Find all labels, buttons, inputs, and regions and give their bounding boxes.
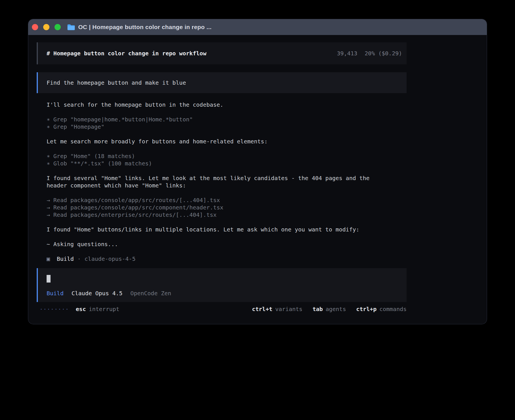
user-message-text: Find the homepage button and make it blu… [47,79,186,86]
status-bar-left: ········ esc interrupt [40,305,119,313]
tool-call-read: → Read packages/console/app/src/routes/[… [47,196,383,204]
shortcut-variants: ctrl+t variants [252,305,302,313]
assistant-message: I found "Home" buttons/links in multiple… [47,226,383,233]
traffic-lights [32,24,61,30]
context-usage: 20% ($0.29) [365,50,402,57]
shortcut-label: variants [275,305,302,313]
agent-status-row: ▣ Build · claude-opus-4-5 [47,255,383,262]
tool-call-grep: ∗ Grep "Home" (18 matches) [47,152,383,160]
terminal-content: # Homepage button color change in repo w… [37,42,407,313]
shortcut-key: tab [313,305,323,313]
status-bar-right: ctrl+t variants tab agents ctrl+p comman… [252,305,407,313]
tool-call-grep: ∗ Grep "homepage|home.*button|Home.*butt… [47,116,383,123]
spinner-dots: ········ [40,305,69,313]
agent-name: Build [57,255,74,262]
window-title: OC | Homepage button color change in rep… [78,24,211,30]
prompt-input[interactable]: Build Claude Opus 4.5 OpenCode Zen [37,268,407,302]
tool-call-read: → Read packages/enterprise/src/routes/[.… [47,211,383,218]
shortcut-label: commands [379,305,407,313]
session-stats: 39,413 20% ($0.29) [337,50,402,57]
esc-key-action: interrupt [89,305,119,313]
text-cursor [47,275,51,283]
session-header: # Homepage button color change in repo w… [37,42,407,64]
window-titlebar[interactable]: OC | Homepage button color change in rep… [28,19,487,35]
tool-call-read: → Read packages/console/app/src/componen… [47,204,383,211]
agent-badge-icon: ▣ [47,255,50,262]
separator-dot: · [77,255,81,262]
shortcut-commands: ctrl+p commands [356,305,407,313]
session-title: # Homepage button color change in repo w… [47,50,206,57]
close-button[interactable] [32,24,38,30]
input-provider-label: OpenCode Zen [130,290,171,297]
user-message: Find the homepage button and make it blu… [37,72,407,93]
input-agent-label[interactable]: Build [47,290,64,297]
shortcut-agents: tab agents [313,305,346,313]
assistant-message: I'll search for the homepage button in t… [47,101,383,108]
input-status-line: Build Claude Opus 4.5 OpenCode Zen [47,290,407,297]
assistant-message: I found several "Home" links. Let me loo… [47,174,383,189]
folder-icon [67,24,75,30]
shortcut-interrupt: esc interrupt [76,305,119,313]
agent-model: claude-opus-4-5 [84,255,136,262]
tool-call-grep: ∗ Grep "Homepage" [47,123,383,130]
token-count: 39,413 [337,50,357,57]
zoom-button[interactable] [54,24,61,30]
input-model-label: Claude Opus 4.5 [71,290,123,297]
assistant-message: Let me search more broadly for buttons a… [47,138,383,145]
status-message: ~ Asking questions... [47,240,383,248]
conversation: I'll search for the homepage button in t… [37,101,383,262]
status-bar: ········ esc interrupt ctrl+t variants t… [37,305,407,313]
tool-call-glob: ∗ Glob "**/*.tsx" (100 matches) [47,160,383,167]
shortcut-key: ctrl+t [252,305,272,313]
esc-key-label: esc [76,305,86,313]
terminal-window: OC | Homepage button color change in rep… [28,19,487,324]
minimize-button[interactable] [43,24,49,30]
shortcut-label: agents [326,305,346,313]
shortcut-key: ctrl+p [356,305,376,313]
